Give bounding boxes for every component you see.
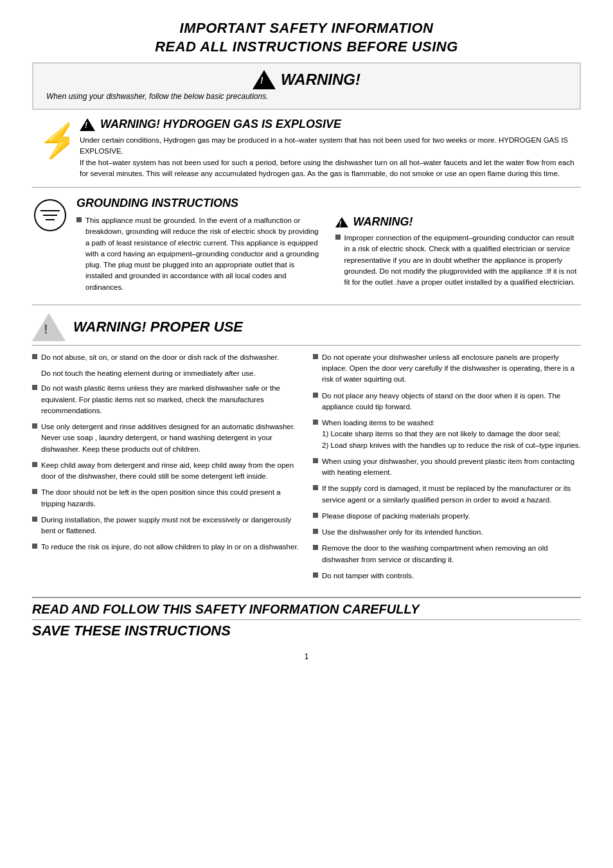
grounding-left: This appliance must be grounded. In the … — [76, 215, 323, 298]
bullet-icon — [313, 354, 318, 359]
bullet-icon — [32, 462, 37, 467]
list-item: Keep child away from detergent and rinse… — [32, 460, 300, 483]
list-item: The door should not be left in the open … — [32, 487, 300, 509]
grounding-title: GROUNDING INSTRUCTIONS — [76, 197, 581, 210]
grounding-section: GROUNDING INSTRUCTIONS This appliance mu… — [32, 197, 581, 305]
hydrogen-title: WARNING! HYDROGEN GAS IS EXPLOSIVE — [100, 118, 341, 131]
svg-text:⚡: ⚡ — [37, 118, 69, 159]
bullet-icon — [76, 217, 82, 222]
warning-title: WARNING! — [281, 71, 360, 89]
list-item: Use only detergent and rinse additives d… — [32, 421, 300, 455]
bullet-icon — [313, 458, 318, 463]
list-item: If the supply cord is damaged, it must b… — [313, 483, 581, 506]
main-warning-box: WARNING! When using your dishwasher, fol… — [32, 62, 581, 110]
list-item: Do not abuse, sit on, or stand on the do… — [32, 352, 300, 363]
proper-use-right: Do not operate your dishwasher unless al… — [313, 352, 581, 587]
list-item: Do not wash plastic items unless they ar… — [32, 383, 300, 416]
bullet-icon — [32, 423, 37, 429]
list-item: Do not tamper with controls. — [313, 571, 581, 581]
bullet-icon — [313, 393, 318, 398]
hydrogen-content: WARNING! HYDROGEN GAS IS EXPLOSIVE Under… — [80, 118, 581, 179]
footer-line1: READ AND FOLLOW THIS SAFETY INFORMATION … — [32, 602, 581, 617]
list-item: When loading items to be washed: 1) Loca… — [313, 418, 581, 451]
grounding-content: GROUNDING INSTRUCTIONS This appliance mu… — [76, 197, 581, 298]
footer-line2: SAVE THESE INSTRUCTIONS — [32, 619, 581, 639]
proper-use-title: WARNING! PROPER USE — [73, 319, 243, 335]
grounding-left-text: This appliance must be grounded. In the … — [85, 215, 323, 293]
grounding-icon — [32, 199, 67, 231]
page-title: IMPORTANT SAFETY INFORMATION READ ALL IN… — [32, 19, 581, 56]
bullet-icon — [313, 420, 318, 425]
bullet-icon — [32, 517, 37, 522]
page-footer: READ AND FOLLOW THIS SAFETY INFORMATION … — [32, 597, 581, 639]
list-item: Do not touch the heating element during … — [41, 368, 300, 379]
proper-use-triangle-icon — [32, 313, 66, 341]
bullet-icon — [32, 385, 37, 390]
bullet-icon — [313, 529, 318, 534]
bullet-icon — [335, 235, 341, 240]
page-number: 1 — [32, 652, 581, 661]
grounding-warning-label: WARNING! — [353, 215, 413, 229]
hydrogen-triangle-icon — [80, 118, 95, 131]
list-item: When using your dishwasher, you should p… — [313, 456, 581, 479]
hydrogen-icon: ⚡ — [32, 118, 71, 159]
bullet-icon — [313, 485, 318, 490]
bullet-icon — [313, 513, 318, 518]
bullet-icon — [32, 544, 37, 549]
warning-triangle-icon — [253, 70, 276, 89]
list-item: Do not operate your dishwasher unless al… — [313, 352, 581, 385]
grounding-right-text: Improper connection of the equipment–gro… — [344, 233, 582, 288]
list-item: Do not place any heavy objects of stand … — [313, 391, 581, 413]
proper-use-left: Do not abuse, sit on, or stand on the do… — [32, 352, 300, 587]
proper-use-header: WARNING! PROPER USE — [32, 313, 581, 346]
grounding-right: WARNING! Improper connection of the equi… — [335, 215, 582, 298]
proper-use-section: WARNING! PROPER USE Do not abuse, sit on… — [32, 313, 581, 587]
list-item: Please dispose of packing materials prop… — [313, 511, 581, 522]
bullet-icon — [32, 489, 37, 494]
hydrogen-section: ⚡ WARNING! HYDROGEN GAS IS EXPLOSIVE Und… — [32, 118, 581, 188]
bullet-icon — [32, 354, 37, 359]
grounding-warning-triangle — [335, 217, 348, 227]
list-item: Remove the door to the washing compartme… — [313, 543, 581, 565]
list-item: During installation, the power supply mu… — [32, 515, 300, 537]
hydrogen-body: Under certain conditions, Hydrogen gas m… — [80, 135, 581, 179]
proper-use-columns: Do not abuse, sit on, or stand on the do… — [32, 352, 581, 587]
bullet-icon — [313, 545, 318, 550]
list-item: Use the dishwasher only for its intended… — [313, 527, 581, 538]
warning-subtext: When using your dishwasher, follow the b… — [46, 92, 567, 101]
bullet-icon — [313, 572, 318, 578]
list-item: To reduce the risk os injure, do not all… — [32, 542, 300, 553]
